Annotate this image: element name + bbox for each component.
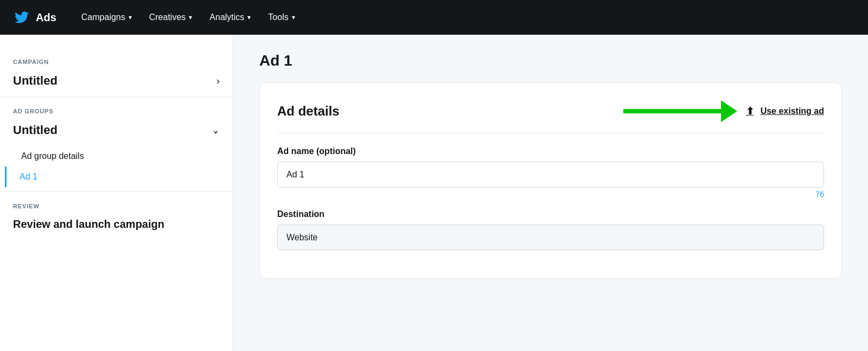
ad-details-card: Ad details ⬆ Use existing ad Ad name (op… — [259, 82, 842, 279]
destination-select[interactable]: Website — [277, 225, 824, 250]
ad-name-label: Ad name (optional) — [277, 146, 824, 156]
sidebar-sub-items: Ad group details Ad 1 — [0, 146, 233, 187]
use-existing-section: ⬆ Use existing ad — [623, 100, 824, 122]
arrow-head — [721, 100, 737, 122]
ad-groups-section-label: AD GROUPS — [13, 108, 220, 114]
sidebar-divider-1 — [0, 97, 233, 97]
review-launch-link[interactable]: Review and launch campaign — [13, 218, 164, 230]
ad-name-field: Ad name (optional) 76 — [277, 146, 824, 199]
logo-text: Ads — [36, 11, 56, 24]
campaign-title: Untitled — [13, 74, 58, 88]
chevron-right-icon: › — [216, 75, 220, 87]
chevron-down-icon: ⌄ — [212, 124, 220, 136]
use-existing-ad-button[interactable]: ⬆ Use existing ad — [746, 101, 824, 122]
green-arrow-annotation — [623, 100, 737, 122]
nav-item-tools[interactable]: Tools ▾ — [260, 8, 302, 27]
ad-group-title: Untitled — [13, 123, 58, 137]
nav-items: Campaigns ▾ Creatives ▾ Analytics ▾ Tool… — [74, 8, 855, 27]
card-header: Ad details ⬆ Use existing ad — [277, 100, 824, 133]
sidebar-item-ad1[interactable]: Ad 1 — [5, 167, 233, 187]
sidebar-campaign-item[interactable]: Untitled › — [13, 69, 220, 92]
sidebar: CAMPAIGN Untitled › AD GROUPS Untitled ⌄… — [0, 35, 233, 351]
use-existing-label: Use existing ad — [761, 106, 824, 116]
nav-item-creatives[interactable]: Creatives ▾ — [142, 8, 200, 27]
char-count: 76 — [277, 190, 824, 199]
twitter-bird-icon — [13, 10, 30, 24]
chevron-down-icon: ▾ — [292, 14, 295, 21]
chevron-down-icon: ▾ — [247, 14, 251, 21]
review-section-label: REVIEW — [13, 203, 220, 209]
arrow-line — [623, 109, 721, 113]
campaign-section-label: CAMPAIGN — [13, 59, 220, 65]
chevron-down-icon: ▾ — [129, 14, 132, 21]
top-navigation: Ads Campaigns ▾ Creatives ▾ Analytics ▾ … — [0, 0, 868, 35]
destination-select-wrapper: Website — [277, 225, 824, 250]
sidebar-divider-2 — [0, 192, 233, 192]
nav-item-analytics[interactable]: Analytics ▾ — [202, 8, 258, 27]
main-content: Ad 1 Ad details ⬆ Use existing ad — [233, 35, 868, 351]
destination-label: Destination — [277, 209, 824, 219]
logo: Ads — [13, 10, 56, 24]
card-title: Ad details — [277, 104, 340, 119]
sidebar-item-ad-group-details[interactable]: Ad group details — [7, 146, 233, 167]
chevron-down-icon: ▾ — [189, 14, 192, 21]
destination-field: Destination Website — [277, 209, 824, 250]
page-title: Ad 1 — [259, 52, 842, 69]
upload-icon: ⬆ — [746, 105, 754, 117]
nav-item-campaigns[interactable]: Campaigns ▾ — [74, 8, 139, 27]
sidebar-ad-group-item[interactable]: Untitled ⌄ — [13, 119, 220, 142]
ad-name-input[interactable] — [277, 162, 824, 188]
